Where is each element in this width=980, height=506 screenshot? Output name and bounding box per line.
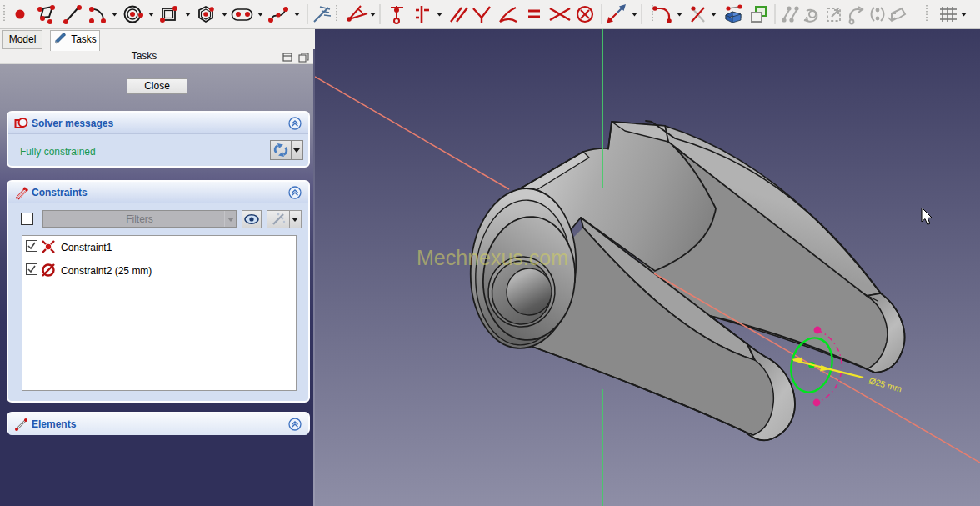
svg-text:Mechnexus.com: Mechnexus.com: [417, 246, 568, 269]
